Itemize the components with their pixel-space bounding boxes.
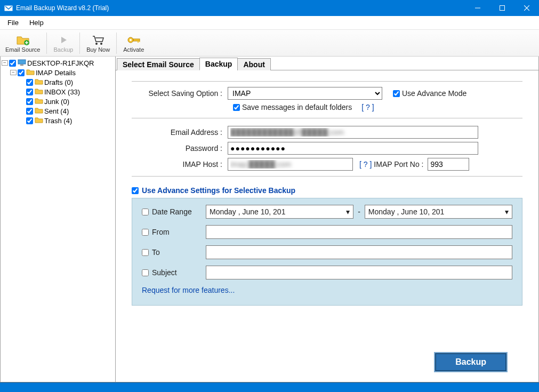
- subject-label: Subject: [152, 268, 177, 277]
- subject-checkbox[interactable]: [142, 269, 149, 276]
- tree-folder-label: Drafts (0): [44, 78, 73, 86]
- saving-option-select[interactable]: IMAP: [228, 87, 382, 100]
- folder-tree: − DESKTOP-R1FJKQR − IMAP Details Drafts …: [1, 57, 116, 382]
- from-label: From: [152, 228, 170, 236]
- tab-backup[interactable]: Backup: [199, 58, 238, 70]
- chevron-down-icon: ▾: [346, 207, 350, 216]
- tree-imap-checkbox[interactable]: [18, 69, 25, 76]
- svg-rect-14: [138, 41, 139, 43]
- key-icon: [127, 34, 141, 46]
- toolbar-backup-label: Backup: [53, 46, 73, 53]
- toolbar-buy-now[interactable]: Buy Now: [82, 30, 114, 56]
- tree-folder-junk[interactable]: Junk (0): [2, 97, 114, 106]
- tree-folder-drafts[interactable]: Drafts (0): [2, 77, 114, 87]
- maximize-button[interactable]: [490, 0, 514, 16]
- tree-folder-checkbox[interactable]: [26, 89, 33, 95]
- imap-host-help[interactable]: [ ? ]: [359, 160, 372, 169]
- chevron-down-icon: ▾: [505, 207, 509, 216]
- advance-settings-checkbox[interactable]: [132, 187, 139, 194]
- tree-folder-checkbox[interactable]: [26, 117, 33, 124]
- date-from-input[interactable]: Monday , June 10, 201▾: [206, 205, 353, 219]
- use-advance-mode-label: Use Advance Mode: [402, 89, 466, 98]
- save-default-label: Save messages in default folders: [242, 103, 352, 111]
- svg-point-12: [130, 39, 132, 41]
- toolbar-activate[interactable]: Activate: [119, 30, 148, 56]
- toolbar-activate-label: Activate: [123, 46, 144, 53]
- email-address-input[interactable]: [228, 126, 478, 139]
- tree-folder-checkbox[interactable]: [26, 108, 33, 115]
- folder-icon: [35, 78, 43, 86]
- save-default-checkbox[interactable]: [233, 104, 240, 111]
- svg-point-10: [100, 43, 102, 45]
- tree-folder-checkbox[interactable]: [26, 98, 33, 105]
- toolbar-backup[interactable]: Backup: [49, 30, 77, 56]
- toolbar: Email Source Backup Buy Now Activate: [0, 30, 539, 57]
- advance-settings-label: Use Advance Settings for Selective Backu…: [142, 186, 295, 195]
- password-input[interactable]: [228, 142, 478, 155]
- email-address-label: Email Address :: [132, 128, 228, 137]
- main-panel: Select Email Source Backup About Select …: [116, 57, 538, 382]
- collapse-icon[interactable]: −: [10, 70, 17, 75]
- svg-rect-3: [500, 6, 505, 11]
- tree-root-label: DESKTOP-R1FJKQR: [27, 59, 94, 67]
- save-default-help[interactable]: [ ? ]: [361, 103, 374, 111]
- toolbar-email-source-label: Email Source: [5, 46, 40, 53]
- toolbar-separator: [79, 33, 80, 54]
- saving-option-label: Select Saving Option :: [132, 89, 228, 98]
- tree-imap[interactable]: − IMAP Details: [2, 68, 114, 77]
- folder-icon: [35, 117, 43, 125]
- tree-folder-trash[interactable]: Trash (4): [2, 116, 114, 125]
- collapse-icon[interactable]: −: [2, 60, 8, 66]
- cart-icon: [92, 34, 104, 46]
- use-advance-mode-checkbox[interactable]: [393, 90, 400, 97]
- folder-icon: [35, 107, 43, 115]
- request-features-link[interactable]: Request for more features...: [142, 286, 512, 294]
- date-range-checkbox[interactable]: [142, 209, 149, 215]
- tree-folder-sent[interactable]: Sent (4): [2, 106, 114, 116]
- svg-rect-17: [20, 65, 23, 66]
- from-checkbox[interactable]: [142, 229, 149, 236]
- svg-rect-13: [133, 39, 140, 41]
- password-label: Password :: [132, 144, 228, 153]
- play-icon: [59, 34, 68, 46]
- advance-settings-panel: Date Range Monday , June 10, 201▾ - Mond…: [132, 198, 522, 306]
- minimize-button[interactable]: [465, 0, 490, 16]
- to-checkbox[interactable]: [142, 249, 149, 256]
- from-input[interactable]: [206, 225, 512, 239]
- titlebar: Email Backup Wizard v8.2 (Trial): [0, 0, 539, 16]
- menu-file[interactable]: File: [2, 17, 24, 28]
- toolbar-separator: [46, 33, 47, 54]
- app-icon: [4, 4, 13, 12]
- folder-icon: [35, 98, 43, 106]
- tree-folder-label: Sent (4): [44, 107, 69, 115]
- to-label: To: [152, 248, 160, 257]
- backup-panel: Select Saving Option : IMAP Use Advance …: [116, 70, 538, 382]
- window-title: Email Backup Wizard v8.2 (Trial): [16, 4, 465, 12]
- tree-root-checkbox[interactable]: [9, 60, 16, 67]
- subject-input[interactable]: [206, 266, 512, 279]
- date-to-input[interactable]: Monday , June 10, 201▾: [365, 205, 512, 219]
- tree-folder-inbox[interactable]: INBOX (33): [2, 87, 114, 97]
- svg-rect-16: [18, 60, 26, 64]
- toolbar-separator: [116, 33, 117, 54]
- tab-select-email-source[interactable]: Select Email Source: [117, 58, 200, 70]
- tree-folder-label: Trash (4): [44, 117, 72, 125]
- tree-folder-checkbox[interactable]: [26, 79, 33, 86]
- imap-port-input[interactable]: [428, 158, 469, 171]
- toolbar-email-source[interactable]: Email Source: [1, 30, 44, 56]
- imap-host-input[interactable]: [228, 158, 353, 171]
- computer-icon: [18, 59, 26, 67]
- tree-root[interactable]: − DESKTOP-R1FJKQR: [2, 58, 114, 68]
- tab-about[interactable]: About: [237, 58, 270, 70]
- imap-host-label: IMAP Host :: [132, 160, 228, 169]
- toolbar-buy-now-label: Buy Now: [86, 46, 110, 53]
- svg-rect-15: [139, 41, 140, 42]
- to-input[interactable]: [206, 245, 512, 259]
- backup-button[interactable]: Backup: [435, 353, 506, 371]
- tree-imap-label: IMAP Details: [36, 69, 76, 77]
- folder-icon: [35, 88, 43, 96]
- close-button[interactable]: [514, 0, 539, 16]
- menubar: File Help: [0, 16, 539, 30]
- tree-folder-label: INBOX (33): [44, 88, 80, 96]
- menu-help[interactable]: Help: [24, 17, 49, 28]
